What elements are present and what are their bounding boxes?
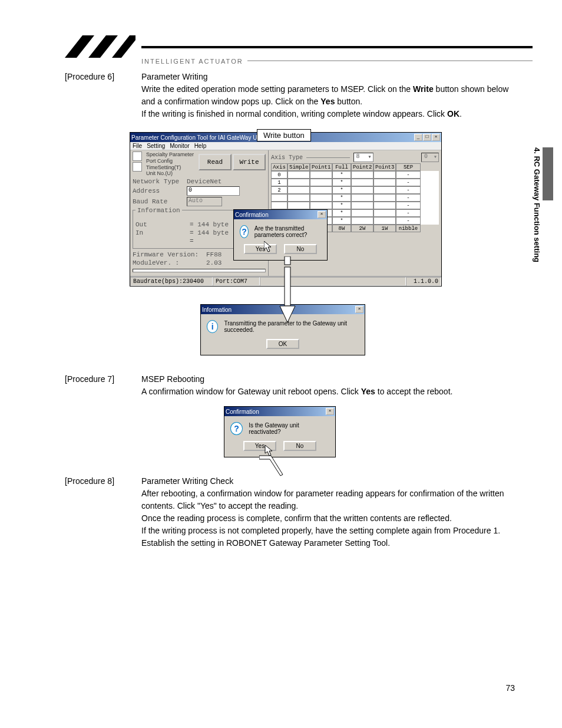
page-number: 73 — [505, 683, 515, 693]
axis-type-select[interactable]: 8 — [353, 153, 373, 162]
firmware-label: Firmware Version: — [133, 251, 206, 258]
procedure-8-text-3: If the writing process is not completed … — [141, 525, 515, 537]
svg-rect-4 — [285, 256, 290, 265]
brand-logo — [65, 35, 135, 58]
status-port: Port:COM7 — [213, 277, 260, 286]
procedure-6-title: Parameter Writing — [141, 71, 515, 83]
confirmation-2-title: Confirmation — [226, 409, 259, 415]
svg-marker-8 — [259, 456, 283, 476]
svg-marker-1 — [88, 35, 118, 58]
open-doc-icon[interactable] — [133, 162, 142, 172]
grid-header: AxisSimplePoint1FullPoint2Point3SEP I/O — [271, 163, 439, 171]
close-icon[interactable]: × — [432, 134, 440, 141]
svg-rect-5 — [285, 267, 290, 306]
procedure-8-text-2: Once the reading process is complete, co… — [141, 512, 515, 525]
cursor-arrow-icon — [259, 445, 286, 477]
grid-row: *- — [271, 202, 439, 209]
maximize-icon[interactable]: □ — [423, 134, 431, 141]
out-label: Out — [135, 221, 190, 228]
procedure-8-text-4: Establish the setting in ROBONET Gateway… — [141, 537, 515, 549]
question-icon: ? — [240, 225, 249, 238]
close-icon[interactable]: × — [355, 306, 363, 313]
tool-window: Write button Parameter Configuration Too… — [130, 132, 442, 286]
status-version: 1.1.0.0 — [406, 277, 441, 286]
out-value: = 144 byte — [190, 221, 229, 228]
procedure-6: [Procedure 6] Parameter Writing Write th… — [65, 71, 533, 120]
network-type-label: Network Type — [133, 178, 187, 185]
flow-arrow-icon — [279, 256, 296, 325]
menu-monitor[interactable]: Monitor — [170, 143, 189, 149]
grid-row: 1*- — [271, 179, 439, 186]
confirmation-1-title: Confirmation — [235, 212, 269, 218]
svg-marker-2 — [112, 35, 135, 58]
procedure-7: [Procedure 7] MSEP Rebooting A confirmat… — [65, 373, 533, 398]
no-button[interactable]: No — [284, 244, 317, 254]
confirmation-1-message: Are the transmitted parameters correct? — [254, 225, 321, 238]
network-type-value: DeviceNet — [187, 178, 222, 185]
confirmation-dialog-1: Confirmation× ? Are the transmitted para… — [233, 209, 328, 261]
procedure-6-text-2: If the writing is finished in normal con… — [141, 108, 515, 120]
grid-row: *- — [271, 194, 439, 202]
axis-type-label: Axis Type — [271, 154, 303, 161]
close-icon[interactable]: × — [326, 408, 334, 415]
procedure-7-title: MSEP Rebooting — [141, 373, 515, 386]
minimize-icon[interactable]: _ — [414, 134, 422, 141]
procedure-7-text: A confirmation window for Gateway unit r… — [141, 386, 515, 398]
modulever-label: ModuleVer. : — [133, 259, 206, 266]
side-accent-bar — [543, 147, 553, 200]
information-title: Information — [202, 307, 232, 313]
address-label: Address — [133, 187, 187, 195]
close-icon[interactable]: × — [318, 211, 326, 218]
in-value: = 144 byte — [190, 229, 229, 236]
address-input[interactable]: 0 — [187, 186, 240, 196]
baud-rate-label: Baud Rate — [133, 198, 187, 205]
no-button[interactable]: No — [283, 441, 316, 451]
confirmation-2-message: Is the Gateway unit reactivated? — [249, 422, 329, 435]
procedure-6-text-1: Write the edited operation mode setting … — [141, 83, 515, 108]
write-button-callout: Write button — [257, 129, 311, 141]
menu-file[interactable]: File — [133, 143, 142, 149]
status-baud: Baudrate(bps):230400 — [130, 277, 213, 286]
info-icon: i — [207, 320, 218, 333]
menu-setting[interactable]: Setting — [147, 143, 165, 149]
new-doc-icon[interactable] — [133, 151, 142, 161]
firmware-value: FF88 — [206, 251, 222, 258]
setting-submenu: Specialty Parameter Port Config TimeSett… — [146, 151, 194, 177]
modulever-value: 2.03 — [206, 259, 222, 266]
procedure-8-title: Parameter Writing Check — [141, 475, 515, 487]
procedure-6-label: [Procedure 6] — [65, 71, 141, 120]
brand-subtitle: INTELLIGENT ACTUATOR — [141, 58, 243, 65]
menu-help[interactable]: Help — [194, 143, 207, 149]
grid-row: 2*- — [271, 186, 439, 194]
axis-right-select: 0 — [421, 153, 439, 162]
svg-marker-0 — [65, 35, 94, 58]
procedure-8-label: [Procedure 8] — [65, 475, 141, 549]
procedure-7-label: [Procedure 7] — [65, 373, 141, 398]
question-icon: ? — [230, 422, 243, 435]
section-title-vertical: 4. RC Gateway Function setting — [533, 147, 541, 262]
baud-rate-input: Auto — [187, 197, 222, 206]
cursor-arrow-icon — [264, 241, 273, 253]
procedure-8-text-1: After rebooting, a confirmation window f… — [141, 487, 515, 512]
tool-window-title: Parameter Configuration Tool for IAI Gat… — [131, 134, 262, 141]
procedure-8: [Procedure 8] Parameter Writing Check Af… — [65, 475, 533, 549]
in-dash: = — [190, 238, 194, 245]
svg-marker-7 — [265, 445, 272, 456]
tool-menubar: File Setting Monitor Help — [130, 142, 441, 150]
svg-marker-6 — [280, 306, 295, 322]
read-button[interactable]: Read — [199, 154, 232, 170]
in-label: In — [135, 229, 190, 236]
write-button[interactable]: Write — [233, 154, 266, 170]
page-header: INTELLIGENT ACTUATOR — [65, 35, 533, 71]
grid-row: 0*- — [271, 171, 439, 179]
ok-button[interactable]: OK — [266, 339, 299, 349]
svg-marker-3 — [264, 241, 271, 252]
